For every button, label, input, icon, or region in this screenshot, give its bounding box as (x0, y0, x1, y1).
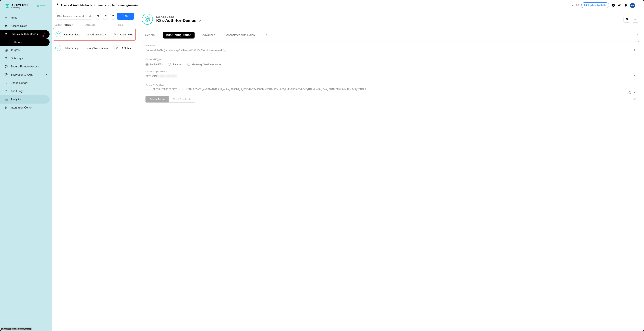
search-field[interactable] (57, 15, 87, 18)
radio-gsa[interactable]: Gateway Service Account (187, 63, 222, 66)
avatar[interactable]: TEK (630, 3, 635, 8)
svg-point-10 (6, 58, 6, 59)
client-cert-toggle[interactable]: Client Certificate (168, 96, 195, 103)
bell-icon[interactable] (624, 4, 628, 7)
auth-toggle-field: Bearer Token Client Certificate (146, 96, 635, 103)
search-input[interactable] (55, 13, 94, 20)
edit-title-icon[interactable] (199, 18, 202, 23)
shield-icon (4, 65, 8, 68)
tab-roles[interactable]: Associated with Roles (223, 32, 258, 39)
copy-button[interactable] (114, 46, 119, 50)
sidebar-item-users-auth[interactable]: Users & Auth Methods (0, 30, 50, 38)
tab-k8s-config[interactable]: K8s Configuration (163, 32, 194, 39)
sidebar-item-label: Users & Auth Methods (10, 33, 38, 36)
api-type-field: Cluster API Type * Native K8s Rancher Ga… (146, 58, 635, 66)
svg-rect-13 (6, 99, 6, 101)
refresh-button[interactable] (110, 13, 116, 20)
sidebar-item-sra[interactable]: Secure Remote Access (0, 63, 52, 71)
svg-point-7 (6, 25, 7, 26)
row-access-id: p-trkddl1zvs2qkm (86, 33, 110, 36)
tab-advanced[interactable]: Advanced (199, 32, 218, 39)
sidebar-item-analytics[interactable]: Analytics (0, 95, 50, 104)
list-row[interactable]: K8s-Auth-for… p-trkddl1zvs2qkm Kubernete… (53, 28, 136, 41)
sidebar-item-gateways[interactable]: Gateways (0, 54, 52, 63)
chevron-up-icon (43, 33, 46, 36)
info-icon (584, 4, 587, 7)
breadcrumb-part[interactable]: platform-engineerin… (110, 4, 141, 7)
svg-point-27 (58, 34, 59, 35)
new-button[interactable]: New (117, 13, 134, 20)
tabs: General K8s Configuration Advanced Assoc… (142, 28, 639, 39)
sidebar-item-items[interactable]: Items (0, 14, 52, 22)
tab-general[interactable]: General (142, 32, 158, 39)
sidebar-item-label: Access Roles (10, 25, 27, 28)
kubernetes-icon (142, 14, 153, 25)
detail-pane: Edit Auth Method K8s-Auth-for-Demos Gene… (137, 10, 644, 331)
sort-value[interactable]: Folders (64, 24, 72, 26)
sidebar-item-label: Integration Center (10, 106, 32, 109)
gateway-select[interactable]: Baremetal-k3s (acc-twjsqqv1xtTm/p-9l5ftt… (146, 48, 635, 53)
copy-button[interactable] (113, 32, 118, 37)
filter-button[interactable] (96, 13, 101, 20)
svg-point-5 (5, 18, 6, 19)
sidebar-item-audit[interactable]: Audit Logs (0, 87, 52, 95)
delete-button[interactable] (624, 16, 630, 23)
sidebar-item-encryption[interactable]: Encryption & KMS (0, 71, 52, 79)
list-row[interactable]: platform-eng… p-latq0hvurxmqam API Key (53, 42, 136, 54)
form-area: Gateway * Baremetal-k3s (acc-twjsqqv1xtT… (142, 41, 639, 327)
breadcrumb-part[interactable]: demos (96, 4, 106, 7)
field-label: Cluster CA Certificate * (146, 84, 635, 86)
sidebar-item-integration[interactable]: Integration Center (0, 104, 52, 112)
radio-icon (146, 63, 148, 66)
breadcrumb-sep: › (94, 4, 95, 7)
svg-text:TEKanAID: TEKanAID (40, 5, 46, 6)
tab-more[interactable]: It (262, 32, 267, 39)
more-button[interactable] (632, 16, 639, 23)
megaphone-icon[interactable] (618, 4, 622, 7)
sidebar-item-groups[interactable]: Groups (0, 38, 50, 46)
help-icon[interactable]: ? (612, 4, 615, 7)
breadcrumb-root[interactable]: Users & Auth Methods (61, 4, 92, 7)
col-access: Access Id (86, 24, 114, 26)
bars-icon (4, 98, 8, 101)
edit-icon[interactable] (633, 74, 636, 77)
sidebar-item-label: Items (10, 16, 17, 19)
chevron-down-icon: ▾ (72, 24, 73, 26)
field-label: Cluster API Type * (146, 58, 635, 61)
info-icon[interactable] (628, 91, 631, 95)
chevron-right-icon[interactable] (636, 34, 639, 37)
update-available-button[interactable]: Update Available (581, 3, 609, 8)
main: Users & Auth Methods › demos › platform-… (52, 0, 644, 331)
endpoint-input[interactable]: https://19 2.168.1.82:6443 (146, 74, 635, 79)
topbar: Users & Auth Methods › demos › platform-… (52, 0, 644, 10)
badge-icon (4, 33, 8, 36)
endpoint-field: Cluster Endpoint URL * https://19 2.168.… (146, 71, 635, 79)
ca-cert-field: Cluster CA Certificate * -----BEGIN CERT… (146, 84, 635, 91)
field-label: Cluster Endpoint URL * (146, 71, 635, 73)
edit-icon[interactable] (633, 91, 636, 94)
circles-icon (4, 106, 8, 109)
kubernetes-icon (56, 32, 61, 37)
sidebar-item-targets[interactable]: Targets (0, 46, 52, 54)
radio-rancher[interactable]: Rancher (168, 63, 182, 66)
people-icon (4, 24, 8, 28)
radio-native-k8s[interactable]: Native K8s (146, 63, 163, 66)
antenna-icon (4, 57, 8, 60)
radio-icon (168, 63, 171, 66)
svg-point-11 (6, 75, 6, 75)
svg-point-21 (620, 4, 621, 5)
edit-icon[interactable] (633, 98, 636, 101)
logo-icon (4, 4, 10, 9)
sidebar-item-label: Secure Remote Access (10, 65, 39, 68)
detail-subtitle: Edit Auth Method (156, 16, 620, 18)
view-list-button[interactable] (103, 13, 108, 20)
sidebar-item-access-roles[interactable]: Access Roles (0, 22, 52, 30)
radio-icon (187, 63, 190, 66)
lock-shield-icon (4, 73, 8, 77)
sidebar-item-usage[interactable]: Usage Report (0, 79, 52, 87)
chevron-down-icon[interactable] (638, 4, 640, 7)
bearer-token-toggle[interactable]: Bearer Token (146, 96, 168, 103)
breadcrumb: Users & Auth Methods › demos › platform-… (61, 4, 140, 7)
svg-rect-31 (116, 48, 118, 49)
edit-icon[interactable] (633, 48, 636, 51)
